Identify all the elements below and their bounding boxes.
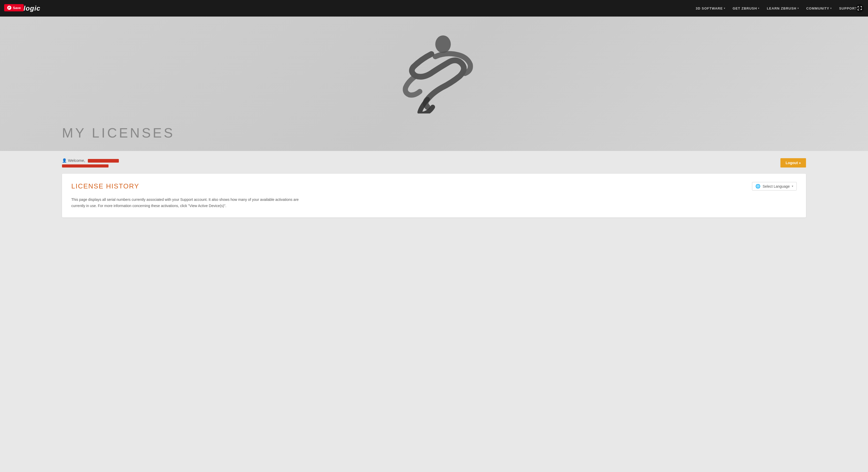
main-content: 👤 Welcome, Logout » LICENSE HISTORY 🌐 Se…: [0, 151, 868, 225]
nav-learn-zbrush[interactable]: LEARN ZBRUSH ▾: [767, 6, 799, 10]
svg-point-0: [435, 35, 451, 53]
hero-logo-area: [0, 17, 868, 117]
license-card-header: LICENSE HISTORY 🌐 Select Language ▾: [71, 182, 797, 190]
nav-3d-software[interactable]: 3D SOFTWARE ▾: [696, 6, 725, 10]
page-title: MY LICENSES: [62, 125, 868, 141]
language-select[interactable]: 🌐 Select Language ▾: [752, 182, 797, 190]
logout-button[interactable]: Logout »: [780, 158, 806, 168]
license-description: This page displays all serial numbers cu…: [71, 197, 304, 209]
main-nav: Pixologic 3D SOFTWARE ▾ GET ZBRUSH ▾ LEA…: [0, 0, 868, 17]
hero-section: MY LICENSES: [0, 17, 868, 151]
license-history-title: LICENSE HISTORY: [71, 182, 139, 190]
chevron-down-icon: ▾: [798, 7, 799, 9]
license-history-card: LICENSE HISTORY 🌐 Select Language ▾ This…: [62, 174, 806, 217]
globe-icon: 🌐: [755, 184, 761, 189]
welcome-text: 👤 Welcome,: [62, 158, 119, 163]
username-redacted: [88, 159, 119, 163]
language-select-label: Select Language: [763, 184, 790, 188]
user-email-redacted: [62, 165, 108, 168]
nav-get-zbrush[interactable]: GET ZBRUSH ▾: [733, 6, 760, 10]
fullscreen-icon: [858, 6, 862, 10]
chevron-down-icon: ▾: [758, 7, 760, 9]
nav-community[interactable]: COMMUNITY ▾: [806, 6, 832, 10]
hero-title-area: MY LICENSES: [0, 117, 868, 151]
pinterest-icon: P: [7, 6, 11, 10]
pinterest-save-button[interactable]: P Save: [4, 4, 24, 11]
zbrush-figure-icon: [390, 31, 478, 114]
chevron-down-icon: ▾: [724, 7, 725, 9]
welcome-bar: 👤 Welcome, Logout »: [62, 158, 806, 168]
user-icon: 👤: [62, 158, 67, 163]
nav-links: 3D SOFTWARE ▾ GET ZBRUSH ▾ LEARN ZBRUSH …: [696, 6, 860, 10]
chevron-down-icon: ▾: [830, 7, 832, 9]
fullscreen-button[interactable]: [856, 4, 864, 12]
chevron-down-icon: ▾: [792, 184, 793, 188]
welcome-info: 👤 Welcome,: [62, 158, 119, 168]
